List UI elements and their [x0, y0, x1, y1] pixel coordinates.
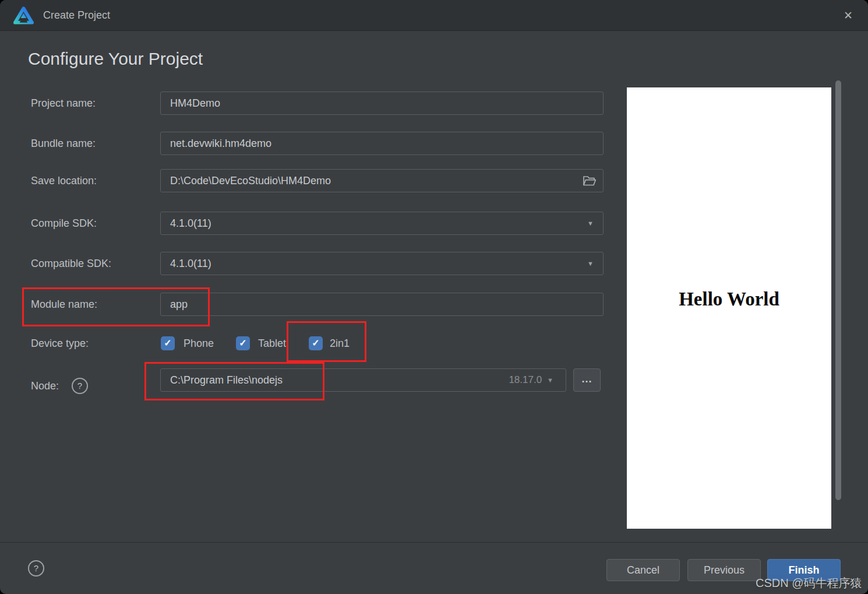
preview-text: Hello World [627, 289, 831, 310]
compatible-sdk-select[interactable]: 4.1.0(11) ▼ [160, 252, 604, 275]
chevron-down-icon: ▼ [587, 260, 594, 267]
watermark: CSDN @码牛程序猿 [756, 575, 862, 591]
checkbox-2in1[interactable]: ✓ [309, 336, 323, 350]
footer-divider [0, 542, 868, 543]
preview-panel: Hello World [627, 87, 831, 529]
close-icon[interactable]: ✕ [840, 8, 856, 24]
save-location-label: Save location: [31, 169, 97, 192]
chevron-down-icon: ▼ [547, 377, 553, 384]
chevron-down-icon: ▼ [587, 220, 594, 227]
compatible-sdk-label: Compatible SDK: [31, 252, 111, 275]
save-location-input[interactable] [160, 169, 604, 192]
footer-help-button[interactable]: ? [28, 560, 44, 577]
highlight-box-2in1 [287, 321, 366, 362]
checkbox-tablet[interactable]: ✓ [236, 336, 250, 350]
create-project-dialog: Create Project ✕ Configure Your Project … [0, 0, 868, 594]
help-icon[interactable]: ? [72, 378, 88, 394]
deveco-studio-logo-icon [13, 6, 34, 25]
bundle-name-label: Bundle name: [31, 132, 96, 155]
compile-sdk-select[interactable]: 4.1.0(11) ▼ [160, 212, 604, 235]
node-version-value: 18.17.0 [509, 374, 542, 386]
bundle-name-input[interactable] [160, 132, 604, 155]
compile-sdk-label: Compile SDK: [31, 212, 97, 235]
window-title: Create Project [43, 0, 110, 30]
checkbox-2in1-label: 2in1 [330, 336, 350, 350]
browse-button[interactable]: ... [573, 368, 601, 392]
node-label: Node: [31, 378, 59, 394]
module-name-label: Module name: [31, 293, 97, 316]
folder-icon[interactable] [583, 175, 597, 187]
checkbox-phone-label: Phone [184, 336, 214, 350]
previous-button[interactable]: Previous [687, 559, 761, 581]
project-name-label: Project name: [31, 92, 96, 115]
node-version-select[interactable]: 18.17.0 ▼ [489, 368, 553, 392]
device-type-label: Device type: [31, 336, 89, 350]
page-title: Configure Your Project [28, 49, 203, 69]
checkbox-tablet-label: Tablet [258, 336, 286, 350]
compatible-sdk-value: 4.1.0(11) [170, 258, 211, 270]
checkbox-phone[interactable]: ✓ [161, 336, 175, 350]
compile-sdk-value: 4.1.0(11) [170, 217, 211, 230]
scrollbar[interactable] [835, 80, 841, 500]
cancel-button[interactable]: Cancel [606, 559, 680, 581]
project-name-input[interactable] [160, 92, 604, 115]
title-bar: Create Project ✕ [0, 0, 868, 31]
module-name-input[interactable] [160, 293, 604, 316]
